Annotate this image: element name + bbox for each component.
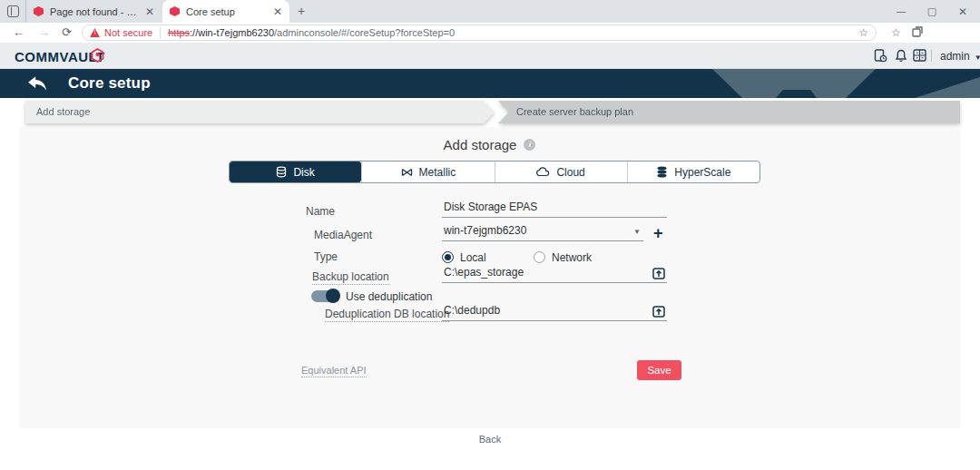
backup-location-label: Backup location: [312, 270, 389, 285]
step-add-storage[interactable]: Add storage: [25, 101, 495, 123]
browse-backup-location-icon[interactable]: [652, 267, 665, 279]
browser-tab-page-not-found[interactable]: Page not found - Commvault ✕: [25, 0, 162, 23]
add-mediaagent-button[interactable]: +: [653, 225, 663, 241]
refresh-icon[interactable]: ⟳: [62, 25, 72, 39]
tab-label: Disk: [293, 166, 314, 179]
new-tab-button[interactable]: +: [298, 4, 305, 18]
use-deduplication-label: Use deduplication: [346, 290, 432, 303]
url-path: /adminconsole/#/coreSetup?forceStep=0: [274, 27, 455, 38]
commvault-hexagon-icon: [91, 48, 104, 63]
tab-close-icon[interactable]: ✕: [145, 6, 154, 17]
mediaagent-value: win-t7ejgmb6230: [444, 224, 526, 237]
window-close-button[interactable]: ✕: [947, 0, 978, 23]
collections-icon[interactable]: [912, 26, 924, 38]
back-arrow-icon[interactable]: [27, 75, 47, 92]
dedup-db-location-label: Deduplication DB location: [325, 308, 449, 322]
page-url: https://win-t7ejgmb6230/adminconsole/#/c…: [168, 27, 858, 38]
tab-label: HyperScale: [674, 166, 730, 179]
url-omnibox[interactable]: Not secure https://win-t7ejgmb6230/admin…: [82, 24, 877, 41]
tab-label: Metallic: [419, 166, 456, 179]
radio-local[interactable]: [442, 251, 454, 263]
not-secure-warning-icon[interactable]: [90, 28, 100, 37]
url-host: ://win-t7ejgmb6230: [190, 27, 274, 38]
add-storage-panel: Add storage i Disk Metallic Cloud HyperS…: [19, 127, 960, 428]
browser-tab-strip: Page not found - Commvault ✕ Core setup …: [0, 0, 980, 23]
page-title-bar: Core setup: [0, 69, 980, 98]
omnibox-divider: [160, 27, 161, 38]
notifications-bell-icon[interactable]: [895, 49, 907, 63]
user-menu[interactable]: admin▼: [940, 50, 980, 63]
tab-actions-icon[interactable]: [7, 5, 19, 17]
tab-close-icon[interactable]: ✕: [273, 6, 282, 17]
window-restore-button[interactable]: ▢: [916, 0, 947, 23]
equivalent-api-link[interactable]: Equivalent API: [301, 365, 367, 377]
not-secure-label: Not secure: [104, 27, 152, 38]
apps-grid-icon[interactable]: [913, 49, 926, 62]
radio-network[interactable]: [534, 251, 545, 263]
radio-network-label: Network: [552, 251, 592, 264]
tab-title: Page not found - Commvault: [50, 6, 140, 17]
user-name: admin: [940, 50, 970, 63]
setup-steps: Add storage Create server backup plan: [25, 101, 960, 123]
tab-hyperscale[interactable]: HyperScale: [627, 162, 760, 182]
hyperscale-icon: [656, 166, 668, 178]
header-decoration: [690, 69, 980, 98]
header-divider: [931, 50, 932, 62]
browse-dedup-db-icon[interactable]: [652, 305, 665, 318]
favorites-icon[interactable]: ☆: [891, 26, 901, 39]
backup-location-input[interactable]: C:\epas_storage: [442, 264, 667, 283]
browser-address-bar: ← → ⟳ Not secure https://win-t7ejgmb6230…: [0, 23, 980, 43]
chevron-down-icon: ▼: [633, 228, 641, 236]
page-title: Core setup: [68, 74, 151, 93]
name-input[interactable]: Disk Storage EPAS: [442, 199, 667, 218]
storage-type-tabs: Disk Metallic Cloud HyperScale: [229, 161, 760, 183]
tab-metallic[interactable]: Metallic: [361, 162, 494, 182]
radio-local-label: Local: [460, 251, 486, 264]
type-label: Type: [314, 250, 338, 263]
jobs-report-icon[interactable]: [874, 49, 887, 63]
mediaagent-select[interactable]: win-t7ejgmb6230 ▼: [442, 222, 643, 241]
dedup-db-location-input[interactable]: C:\dedupdb: [442, 302, 667, 321]
window-minimize-button[interactable]: —: [886, 0, 916, 23]
info-icon[interactable]: i: [524, 139, 535, 151]
commvault-favicon-icon: [170, 6, 180, 16]
metallic-icon: [401, 167, 413, 178]
forward-nav-icon[interactable]: →: [38, 25, 50, 39]
back-link[interactable]: Back: [0, 434, 980, 445]
browser-tab-core-setup[interactable]: Core setup ✕: [162, 0, 289, 23]
mediaagent-label: MediaAgent: [314, 229, 372, 241]
step-create-server-backup-plan[interactable]: Create server backup plan: [498, 101, 960, 123]
save-button[interactable]: Save: [637, 360, 681, 380]
back-nav-icon[interactable]: ←: [13, 25, 24, 39]
url-scheme: https: [168, 27, 190, 38]
tab-label: Cloud: [556, 166, 584, 179]
use-deduplication-toggle[interactable]: [311, 290, 338, 302]
tab-title: Core setup: [186, 6, 268, 17]
toggle-knob: [326, 289, 340, 303]
chevron-down-icon: ▼: [975, 54, 980, 62]
tab-cloud[interactable]: Cloud: [495, 162, 627, 182]
disk-icon: [276, 166, 287, 178]
commvault-favicon-icon: [34, 6, 44, 16]
cloud-icon: [536, 167, 550, 177]
tab-disk[interactable]: Disk: [230, 162, 361, 182]
form-heading: Add storage: [444, 137, 517, 152]
bookmark-star-icon[interactable]: ☆: [858, 26, 868, 39]
app-header: COMMVAULT admin▼: [0, 43, 980, 69]
name-label: Name: [306, 205, 335, 218]
